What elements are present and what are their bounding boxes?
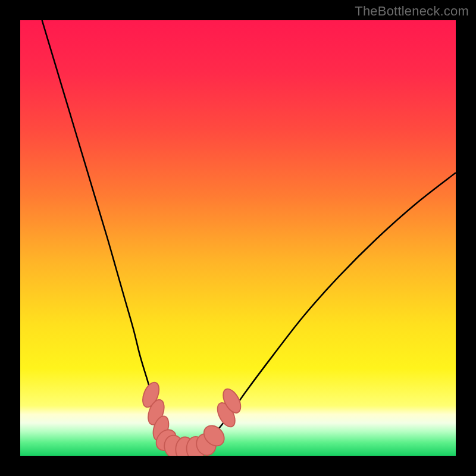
outer-frame: TheBottleneck.com xyxy=(0,0,476,476)
chart-svg xyxy=(20,20,456,456)
plot-area xyxy=(20,20,456,456)
watermark-text: TheBottleneck.com xyxy=(355,4,469,19)
bottleneck-curve xyxy=(42,20,456,450)
marker-group xyxy=(140,380,245,456)
